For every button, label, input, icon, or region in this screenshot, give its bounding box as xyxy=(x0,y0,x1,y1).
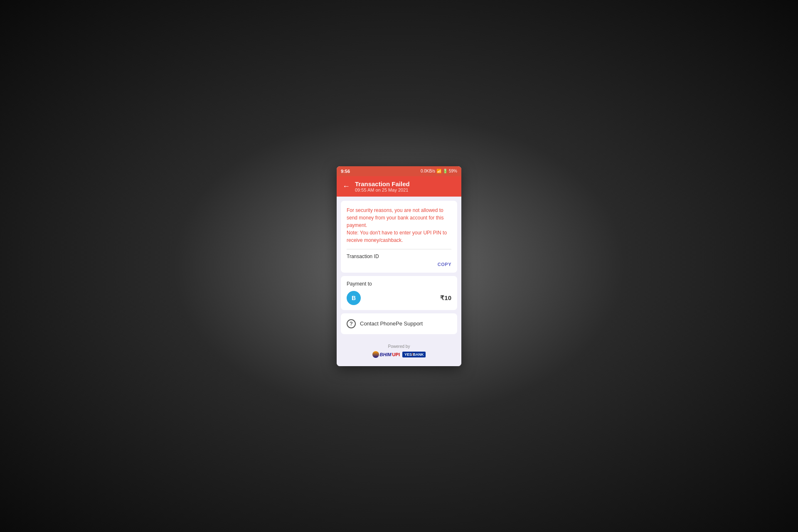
status-time: 9:56 xyxy=(341,169,350,174)
copy-button[interactable]: COPY xyxy=(438,262,451,267)
help-icon: ? xyxy=(347,319,356,328)
payment-row: B ₹10 xyxy=(347,291,451,305)
footer: Powered by BHIM UPI YES/BANK xyxy=(337,338,461,366)
powered-by-text: Powered by xyxy=(388,344,410,349)
bhim-icon xyxy=(372,351,379,358)
support-label: Contact PhonePe Support xyxy=(360,320,423,327)
status-bar: 9:56 0.0KB/s 📶 🔋 59% xyxy=(337,166,461,176)
network-speed: 0.0KB/s xyxy=(421,169,435,173)
battery-percent: 59% xyxy=(449,169,457,173)
transaction-section: Transaction ID COPY xyxy=(347,249,451,267)
battery-icon: 🔋 xyxy=(443,169,448,173)
transaction-id-row: COPY xyxy=(347,262,451,267)
bhim-text: BHIM xyxy=(380,352,392,357)
bhim-upi-logo: BHIM UPI xyxy=(372,351,400,358)
status-icons: 0.0KB/s 📶 🔋 59% xyxy=(421,169,457,173)
payee-avatar: B xyxy=(347,291,361,305)
warning-card: For security reasons, you are not allowe… xyxy=(341,201,457,273)
warning-text: For security reasons, you are not allowe… xyxy=(347,207,451,244)
footer-logos: BHIM UPI YES/BANK xyxy=(372,351,426,358)
upi-text: UPI xyxy=(392,352,400,357)
transaction-id-label: Transaction ID xyxy=(347,254,451,259)
payment-to-label: Payment to xyxy=(347,281,451,287)
yes-bank-logo: YES/BANK xyxy=(402,352,426,357)
page-subtitle: 09:55 AM on 25 May 2021 xyxy=(355,187,410,192)
phone-screen: 9:56 0.0KB/s 📶 🔋 59% ← Transaction Faile… xyxy=(337,166,461,366)
support-card[interactable]: ? Contact PhonePe Support xyxy=(341,313,457,334)
payment-amount: ₹10 xyxy=(440,294,451,302)
content-area: For security reasons, you are not allowe… xyxy=(337,197,461,338)
payment-card: Payment to B ₹10 xyxy=(341,276,457,310)
back-button[interactable]: ← xyxy=(342,182,350,191)
header-text: Transaction Failed 09:55 AM on 25 May 20… xyxy=(355,180,410,192)
header: ← Transaction Failed 09:55 AM on 25 May … xyxy=(337,176,461,197)
page-title: Transaction Failed xyxy=(355,180,410,187)
wifi-icon: 📶 xyxy=(436,169,441,173)
